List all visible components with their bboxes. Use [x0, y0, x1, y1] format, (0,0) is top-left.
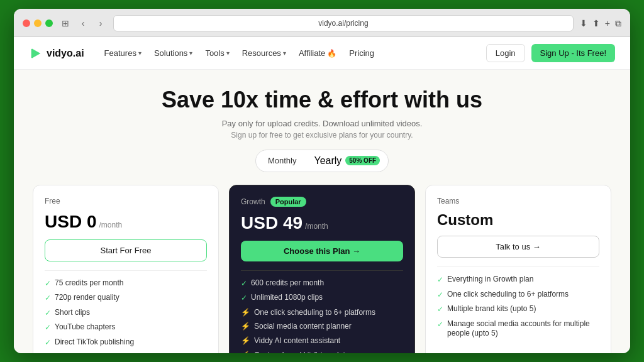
check-icon: ✓ — [437, 320, 443, 330]
check-icon: ✓ — [45, 279, 51, 289]
feature-text: Watermark — [55, 353, 91, 353]
list-item: ✓ Short clips — [45, 308, 207, 319]
teams-plan-title: Custom — [437, 212, 599, 228]
forward-button[interactable]: › — [94, 17, 107, 30]
feature-text: YouTube chapters — [55, 322, 116, 332]
list-item: ✓ Watermark — [45, 353, 207, 353]
feature-text: 600 credits per month — [251, 278, 324, 288]
back-button[interactable]: ‹ — [77, 17, 89, 30]
list-item: ⚡ Custom brand kit & templates — [241, 351, 403, 353]
browser-actions: ⬇ ⬆ + ⧉ — [580, 18, 621, 29]
list-item: ✓ Direct TikTok publishing — [45, 337, 207, 348]
check-icon: ✓ — [45, 338, 51, 348]
logo[interactable]: vidyo.ai — [29, 47, 84, 60]
feature-text: One click scheduling to 6+ platforms — [254, 308, 375, 318]
free-plan-cta[interactable]: Start For Free — [45, 239, 207, 261]
share-icon[interactable]: ⬆ — [592, 18, 600, 28]
list-item: ⚡ Social media content planner — [241, 322, 403, 332]
popular-badge: Popular — [270, 197, 306, 207]
check-icon: ✓ — [241, 293, 247, 304]
monthly-toggle[interactable]: Monthly — [258, 153, 307, 168]
teams-plan-cta[interactable]: Talk to us → — [437, 236, 599, 258]
browser-chrome: ⊞ ‹ › vidyo.ai/pricing ⬇ ⬆ + ⧉ — [14, 9, 630, 37]
lightning-icon: ⚡ — [241, 351, 250, 353]
hero-subtitle: Pay only for upload credits. Download un… — [26, 119, 618, 128]
check-icon: ✓ — [241, 279, 247, 289]
feature-text: Direct TikTok publishing — [55, 337, 134, 348]
check-icon: ✓ — [45, 309, 51, 319]
free-plan-label: Free — [45, 197, 207, 206]
feature-text: Custom brand kit & templates — [254, 351, 353, 353]
list-item: ✓ One click scheduling to 6+ platforms — [437, 290, 599, 300]
list-item: ✓ YouTube chapters — [45, 322, 207, 333]
growth-plan-price: USD 49 /month — [241, 213, 403, 233]
nav-features[interactable]: Features ▾ — [99, 46, 147, 60]
free-plan-card: Free USD 0 /month Start For Free ✓ 75 cr… — [33, 185, 219, 353]
free-plan-price: USD 0 /month — [45, 212, 207, 232]
free-features-list: ✓ 75 credits per month ✓ 720p render qua… — [45, 278, 207, 353]
list-item: ✓ 600 credits per month — [241, 278, 403, 289]
feature-text: 75 credits per month — [55, 278, 123, 288]
hero-section: Save 10x time & effort with us Pay only … — [14, 70, 630, 185]
lightning-icon: ⚡ — [241, 322, 250, 332]
page-content: vidyo.ai Features ▾ Solutions ▾ Tools ▾ … — [14, 37, 630, 353]
logo-icon — [29, 47, 43, 60]
nav-tools[interactable]: Tools ▾ — [200, 46, 234, 60]
yearly-toggle[interactable]: Yearly 50% OFF — [308, 152, 386, 170]
browser-nav: ⊞ ‹ › — [59, 17, 107, 30]
nav-resources[interactable]: Resources ▾ — [237, 46, 291, 60]
address-text: vidyo.ai/pricing — [318, 19, 368, 28]
check-icon: ✓ — [437, 305, 443, 315]
navbar: vidyo.ai Features ▾ Solutions ▾ Tools ▾ … — [14, 37, 630, 70]
list-item: ✓ Everything in Growth plan — [437, 275, 599, 285]
teams-plan-card: Teams Custom Talk to us → ✓ Everything i… — [425, 185, 611, 353]
feature-text: Multiple brand kits (upto 5) — [447, 304, 536, 314]
check-icon: ✓ — [45, 293, 51, 304]
tabs-icon[interactable]: ⧉ — [615, 18, 621, 29]
maximize-button[interactable] — [45, 19, 53, 27]
nav-right: Login Sign Up - Its Free! — [486, 44, 615, 62]
growth-price-period: /month — [305, 222, 328, 231]
feature-text: One click scheduling to 6+ platforms — [447, 290, 569, 300]
svg-rect-1 — [31, 48, 33, 58]
feature-text: Social media content planner — [254, 322, 352, 332]
feature-text: 720p render quality — [55, 293, 119, 303]
growth-plan-cta[interactable]: Choose this Plan → — [241, 241, 403, 261]
list-item: ⚡ Viddy AI content assistant — [241, 336, 403, 346]
lightning-icon: ⚡ — [241, 336, 250, 346]
hero-subtitle2: Sign up for free to get exclusive plans … — [26, 131, 618, 140]
billing-toggle: Monthly Yearly 50% OFF — [255, 150, 389, 172]
feature-text: Viddy AI content assistant — [254, 336, 340, 346]
new-tab-icon[interactable]: + — [605, 18, 610, 28]
hero-title: Save 10x time & effort with us — [26, 87, 618, 112]
check-icon: ✓ — [437, 290, 443, 300]
address-bar[interactable]: vidyo.ai/pricing — [113, 15, 574, 31]
nav-pricing[interactable]: Pricing — [344, 46, 379, 60]
signup-button[interactable]: Sign Up - Its Free! — [531, 44, 615, 62]
nav-links: Features ▾ Solutions ▾ Tools ▾ Resources… — [99, 46, 379, 60]
check-icon: ✓ — [45, 323, 51, 333]
login-button[interactable]: Login — [486, 44, 525, 62]
download-icon[interactable]: ⬇ — [580, 18, 587, 28]
growth-price-amount: USD 49 — [241, 213, 303, 233]
growth-plan-label: Growth Popular — [241, 197, 403, 207]
teams-plan-label: Teams — [437, 197, 599, 206]
lightning-icon: ⚡ — [241, 308, 250, 318]
teams-features-list: ✓ Everything in Growth plan ✓ One click … — [437, 275, 599, 339]
nav-solutions[interactable]: Solutions ▾ — [149, 46, 197, 60]
free-price-period: /month — [99, 221, 122, 229]
chevron-down-icon: ▾ — [226, 50, 230, 57]
minimize-button[interactable] — [34, 19, 42, 27]
svg-marker-0 — [33, 48, 41, 58]
feature-text: Manage social media accounts for multipl… — [447, 319, 599, 339]
divider — [45, 270, 207, 271]
free-price-amount: USD 0 — [45, 212, 96, 232]
close-button[interactable] — [23, 19, 30, 27]
list-item: ✓ 75 credits per month — [45, 278, 207, 289]
browser-window: ⊞ ‹ › vidyo.ai/pricing ⬇ ⬆ + ⧉ vidyo.ai — [14, 9, 630, 353]
feature-text: Short clips — [55, 308, 90, 318]
chevron-down-icon: ▾ — [138, 50, 142, 57]
nav-affiliate[interactable]: Affiliate 🔥 — [294, 46, 341, 60]
sidebar-icon[interactable]: ⊞ — [59, 17, 72, 30]
growth-features-list: ✓ 600 credits per month ✓ Unlimited 1080… — [241, 278, 403, 353]
